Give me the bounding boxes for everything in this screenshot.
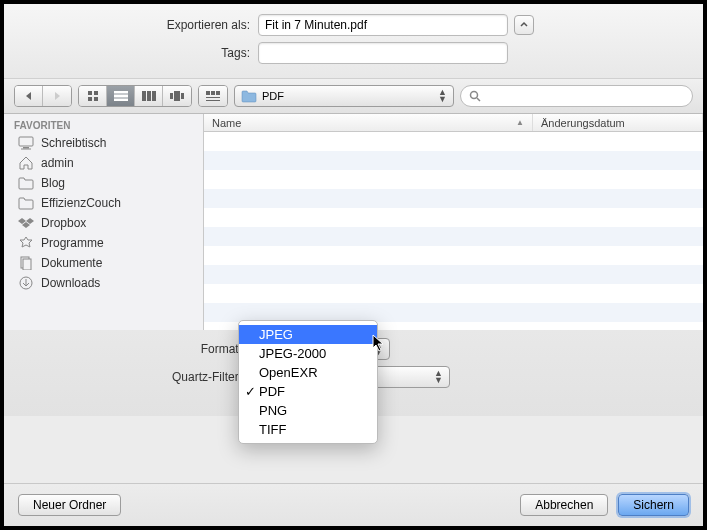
toolbar: PDF ▲▼ <box>4 78 703 114</box>
menu-item-png[interactable]: PNG <box>239 401 377 420</box>
svg-rect-6 <box>114 99 128 101</box>
cancel-button[interactable]: Abbrechen <box>520 494 608 516</box>
svg-rect-1 <box>94 91 98 95</box>
tags-input[interactable] <box>258 42 508 64</box>
sidebar-item-label: Programme <box>41 236 104 250</box>
applications-icon <box>18 236 34 250</box>
svg-rect-8 <box>147 91 151 101</box>
categories-icon <box>206 91 220 101</box>
back-button[interactable] <box>15 86 43 106</box>
table-row <box>204 208 703 227</box>
svg-point-18 <box>471 92 478 99</box>
quartz-filter-label: Quartz-Filter: <box>18 370 250 384</box>
sidebar-item-downloads[interactable]: Downloads <box>4 273 203 293</box>
table-row <box>204 284 703 303</box>
list-icon <box>114 91 128 101</box>
sidebar-item-effizienzcouch[interactable]: EffizienzCouch <box>4 193 203 213</box>
nav-buttons <box>14 85 72 107</box>
format-label: Format: <box>18 342 250 356</box>
table-row <box>204 132 703 151</box>
svg-rect-0 <box>88 91 92 95</box>
sidebar-item-home[interactable]: admin <box>4 153 203 173</box>
column-header-date[interactable]: Änderungsdatum <box>533 114 703 131</box>
filename-input[interactable] <box>258 14 508 36</box>
svg-rect-24 <box>23 259 31 270</box>
sidebar-item-label: Downloads <box>41 276 100 290</box>
svg-rect-12 <box>181 93 184 99</box>
triangle-right-icon <box>52 91 62 101</box>
location-label: PDF <box>262 90 284 102</box>
dropbox-icon <box>18 216 34 230</box>
chevron-up-icon <box>520 21 528 29</box>
menu-item-jpeg2000[interactable]: JPEG-2000 <box>239 344 377 363</box>
new-folder-button[interactable]: Neuer Ordner <box>18 494 121 516</box>
updown-arrows-icon: ▲▼ <box>438 89 447 103</box>
sidebar-item-desktop[interactable]: Schreibtisch <box>4 133 203 153</box>
table-row <box>204 246 703 265</box>
arrange-buttons <box>198 85 228 107</box>
table-row <box>204 227 703 246</box>
column-header-name[interactable]: Name ▲ <box>204 114 533 131</box>
svg-rect-3 <box>94 97 98 101</box>
export-header: Exportieren als: Tags: <box>4 4 703 78</box>
sidebar-item-blog[interactable]: Blog <box>4 173 203 193</box>
list-view-button[interactable] <box>107 86 135 106</box>
svg-rect-2 <box>88 97 92 101</box>
sort-ascending-icon: ▲ <box>516 118 524 127</box>
folder-icon <box>18 196 34 210</box>
menu-item-openexr[interactable]: OpenEXR <box>239 363 377 382</box>
menu-item-jpeg[interactable]: JPEG <box>239 325 377 344</box>
sidebar-item-documents[interactable]: Dokumente <box>4 253 203 273</box>
svg-rect-22 <box>21 149 31 150</box>
svg-rect-4 <box>114 91 128 93</box>
search-input[interactable] <box>486 90 684 102</box>
menu-item-pdf[interactable]: PDF <box>239 382 377 401</box>
documents-icon <box>18 256 34 270</box>
svg-rect-15 <box>216 91 220 95</box>
sidebar-item-label: Dokumente <box>41 256 102 270</box>
svg-rect-17 <box>206 100 220 101</box>
triangle-left-icon <box>24 91 34 101</box>
forward-button[interactable] <box>43 86 71 106</box>
history-toggle-button[interactable] <box>514 15 534 35</box>
location-popup[interactable]: PDF ▲▼ <box>234 85 454 107</box>
arrange-button[interactable] <box>199 86 227 106</box>
file-list[interactable] <box>204 132 703 330</box>
svg-rect-9 <box>152 91 156 101</box>
dialog-footer: Neuer Ordner Abbrechen Sichern <box>4 483 703 526</box>
coverflow-view-button[interactable] <box>163 86 191 106</box>
table-row <box>204 151 703 170</box>
sidebar-item-dropbox[interactable]: Dropbox <box>4 213 203 233</box>
table-row <box>204 170 703 189</box>
home-icon <box>18 156 34 170</box>
svg-rect-14 <box>211 91 215 95</box>
sidebar-item-applications[interactable]: Programme <box>4 233 203 253</box>
sidebar-item-label: Schreibtisch <box>41 136 106 150</box>
coverflow-icon <box>170 91 184 101</box>
save-button[interactable]: Sichern <box>618 494 689 516</box>
export-as-label: Exportieren als: <box>18 18 258 32</box>
format-dropdown-menu: JPEG JPEG-2000 OpenEXR PDF PNG TIFF <box>238 320 378 444</box>
svg-rect-21 <box>23 147 29 149</box>
column-view-button[interactable] <box>135 86 163 106</box>
svg-rect-20 <box>19 137 33 146</box>
svg-rect-7 <box>142 91 146 101</box>
sidebar-header: FAVORITEN <box>4 116 203 133</box>
table-row <box>204 189 703 208</box>
folder-icon <box>18 176 34 190</box>
downloads-icon <box>18 276 34 290</box>
search-field[interactable] <box>460 85 693 107</box>
svg-rect-10 <box>170 93 173 99</box>
file-browser: Name ▲ Änderungsdatum <box>204 114 703 330</box>
table-row <box>204 265 703 284</box>
tags-label: Tags: <box>18 46 258 60</box>
svg-rect-5 <box>114 95 128 97</box>
svg-line-19 <box>477 98 480 101</box>
menu-item-tiff[interactable]: TIFF <box>239 420 377 439</box>
sidebar: FAVORITEN Schreibtisch admin Blog Effizi… <box>4 114 204 330</box>
column-headers: Name ▲ Änderungsdatum <box>204 114 703 132</box>
folder-icon <box>241 89 257 103</box>
updown-arrows-icon: ▲▼ <box>434 370 443 384</box>
grid-icon <box>87 90 99 102</box>
icon-view-button[interactable] <box>79 86 107 106</box>
